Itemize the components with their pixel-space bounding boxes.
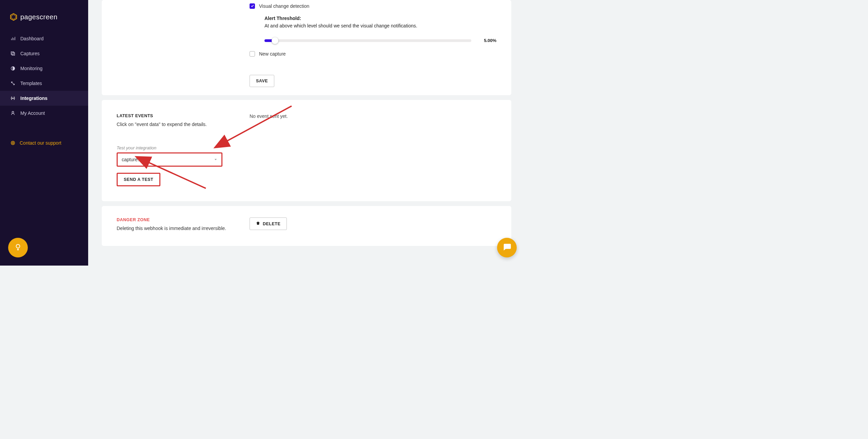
sidebar-item-captures[interactable]: Captures xyxy=(0,46,88,61)
svg-point-10 xyxy=(12,142,14,144)
sidebar-item-label: Monitoring xyxy=(20,66,42,71)
svg-point-9 xyxy=(11,141,15,145)
sidebar-nav: Dashboard Captures Monitoring Templates … xyxy=(0,31,88,121)
danger-zone-title: DANGER ZONE xyxy=(117,217,250,222)
svg-rect-3 xyxy=(12,53,15,55)
sidebar-item-label: Templates xyxy=(20,81,42,86)
svg-marker-1 xyxy=(12,15,16,19)
visual-change-label: Visual change detection xyxy=(259,3,309,9)
send-test-highlight: SEND A TEST xyxy=(117,173,160,186)
svg-point-5 xyxy=(12,98,13,98)
svg-point-6 xyxy=(13,98,13,98)
sidebar-item-label: Integrations xyxy=(20,96,47,101)
danger-zone-subtitle: Deleting this webhook is immediate and i… xyxy=(117,226,250,231)
brand-logo[interactable]: pagescreen xyxy=(0,0,88,30)
latest-events-title: LATEST EVENTS xyxy=(117,113,250,118)
chevron-down-icon xyxy=(214,157,217,162)
brand-name: pagescreen xyxy=(20,13,58,21)
lightbulb-icon xyxy=(14,243,22,253)
sidebar-item-dashboard[interactable]: Dashboard xyxy=(0,31,88,46)
alert-threshold-title: Alert Threshold: xyxy=(264,16,496,21)
send-test-label: SEND A TEST xyxy=(124,177,153,182)
test-event-selected: capture.new xyxy=(122,157,147,162)
contrast-icon xyxy=(10,66,16,71)
sidebar-item-label: My Account xyxy=(20,110,45,116)
slider-thumb[interactable] xyxy=(272,37,278,44)
test-integration-label: Test your integration xyxy=(117,145,250,150)
visual-change-checkbox[interactable] xyxy=(250,3,255,9)
alert-threshold-desc: At and above which level should we send … xyxy=(264,23,496,28)
expand-icon xyxy=(10,81,16,86)
slider-value: 5.00% xyxy=(479,38,496,43)
support-label: Contact our support xyxy=(20,140,61,146)
new-capture-option: New capture xyxy=(250,51,496,57)
new-capture-label: New capture xyxy=(259,51,286,57)
save-button-label: SAVE xyxy=(256,79,268,83)
save-button[interactable]: SAVE xyxy=(250,75,274,87)
latest-events-card: LATEST EVENTS Click on "event data" to e… xyxy=(102,100,511,201)
copy-icon xyxy=(10,51,16,56)
slider-track[interactable] xyxy=(264,39,471,42)
sidebar-item-integrations[interactable]: Integrations xyxy=(0,91,88,106)
sidebar-item-my-account[interactable]: My Account xyxy=(0,106,88,121)
sidebar-item-label: Captures xyxy=(20,51,40,56)
braces-icon xyxy=(10,96,16,101)
chat-button[interactable] xyxy=(497,238,517,257)
new-capture-checkbox[interactable] xyxy=(250,51,255,57)
svg-point-11 xyxy=(16,244,20,248)
sidebar-item-label: Dashboard xyxy=(20,36,44,41)
svg-point-8 xyxy=(12,111,14,113)
logo-icon xyxy=(9,13,18,21)
chat-icon xyxy=(502,242,512,253)
lifebuoy-icon xyxy=(10,140,16,146)
no-events-message: No event sent yet. xyxy=(250,113,496,119)
settings-card: Visual change detection Alert Threshold:… xyxy=(102,0,511,95)
alert-threshold-slider[interactable]: 5.00% xyxy=(264,38,496,43)
alert-threshold-block: Alert Threshold: At and above which leve… xyxy=(264,16,496,43)
tips-button[interactable] xyxy=(8,238,28,257)
sidebar-item-templates[interactable]: Templates xyxy=(0,76,88,91)
visual-change-option: Visual change detection xyxy=(250,3,496,9)
test-event-select[interactable]: capture.new xyxy=(117,152,222,167)
check-icon xyxy=(251,3,254,9)
svg-rect-2 xyxy=(11,52,14,55)
contact-support-link[interactable]: Contact our support xyxy=(10,140,78,146)
sidebar: pagescreen Dashboard Captures Monitoring… xyxy=(0,0,88,266)
user-icon xyxy=(10,110,16,116)
send-test-button[interactable]: SEND A TEST xyxy=(118,174,159,185)
trash-icon xyxy=(256,221,260,226)
sidebar-item-monitoring[interactable]: Monitoring xyxy=(0,61,88,76)
svg-point-7 xyxy=(13,98,14,98)
delete-button-label: DELETE xyxy=(263,222,280,226)
bar-chart-icon xyxy=(10,36,16,41)
danger-zone-card: DANGER ZONE Deleting this webhook is imm… xyxy=(102,206,511,246)
main-content: Visual change detection Alert Threshold:… xyxy=(88,0,525,266)
latest-events-subtitle: Click on "event data" to expend the deta… xyxy=(117,122,250,127)
delete-button[interactable]: DELETE xyxy=(250,217,287,230)
